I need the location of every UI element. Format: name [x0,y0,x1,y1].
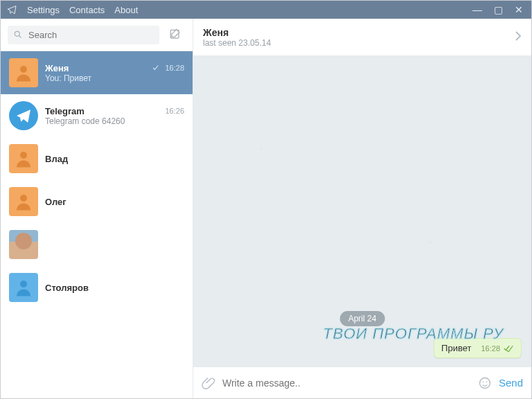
avatar [9,101,38,130]
chat-header-name: Женя [203,27,515,38]
person-icon [13,148,34,169]
avatar [9,273,38,302]
compose-icon [168,28,182,42]
chat-name: Влад [45,154,68,164]
telegram-logo-icon [6,4,17,15]
paperclip-icon [202,376,215,390]
chat-time: 16:28 [152,64,184,72]
chat-item[interactable]: Олег [1,180,193,223]
svg-point-0 [15,31,19,36]
person-icon [13,277,34,298]
messages-area[interactable]: April 24 Привет 16:28 ТВОИ ПРОГРАММЫ РУ [193,56,531,366]
message-text: Привет [441,343,471,353]
chat-time: 16:26 [165,107,184,115]
search-icon [13,30,23,39]
maximize-button[interactable]: ▢ [491,3,505,17]
menu-settings[interactable]: Settings [27,5,60,15]
svg-point-6 [20,281,27,287]
menu-about[interactable]: About [114,5,138,15]
chat-item[interactable]: Столяров [1,266,193,309]
chat-name: Telegram [45,106,85,116]
chat-name: Женя [45,63,69,73]
compose-button[interactable] [165,24,186,45]
search-input[interactable] [8,26,159,44]
search-field[interactable] [28,30,154,40]
chat-list-panel: Женя 16:28 You: Привет Te [1,19,193,398]
svg-point-8 [483,381,484,382]
avatar [9,144,38,173]
chat-header: Женя last seen 23.05.14 [193,19,531,56]
read-check-icon [152,64,162,71]
message-outgoing[interactable]: Привет 16:28 [434,338,522,358]
chat-item[interactable]: Telegram 16:26 Telegram code 64260 [1,94,193,137]
svg-point-3 [20,66,27,73]
send-button[interactable]: Send [499,377,523,389]
svg-point-4 [20,152,27,159]
avatar [9,230,38,259]
avatar [9,187,38,216]
minimize-button[interactable]: ― [470,3,484,17]
svg-line-1 [19,36,21,38]
person-icon [13,62,34,83]
svg-point-5 [20,195,27,202]
chat-header-status: last seen 23.05.14 [203,38,515,48]
svg-point-9 [486,381,488,382]
double-check-icon [503,345,514,352]
chevron-right-icon [515,30,522,42]
chat-preview: Telegram code 64260 [45,116,184,126]
message-input[interactable] [222,378,471,389]
titlebar: Settings Contacts About ― ▢ ✕ [1,1,531,19]
chat-preview: You: Привет [45,73,184,83]
chat-item[interactable]: Женя 16:28 You: Привет [1,51,193,94]
chat-item[interactable] [1,223,193,266]
composer: Send [193,366,531,398]
svg-point-7 [479,378,490,388]
chat-name: Столяров [45,283,89,293]
person-icon [13,191,34,212]
telegram-icon [13,105,34,126]
chat-name: Олег [45,197,66,207]
emoji-button[interactable] [478,376,492,390]
menu-contacts[interactable]: Contacts [69,5,105,15]
close-button[interactable]: ✕ [512,3,526,17]
smile-icon [478,376,492,390]
attach-button[interactable] [202,376,215,390]
message-time: 16:28 [481,344,514,353]
date-separator: April 24 [340,311,385,326]
avatar [9,58,38,87]
chat-item[interactable]: Влад [1,137,193,180]
chat-info-button[interactable] [515,30,522,44]
